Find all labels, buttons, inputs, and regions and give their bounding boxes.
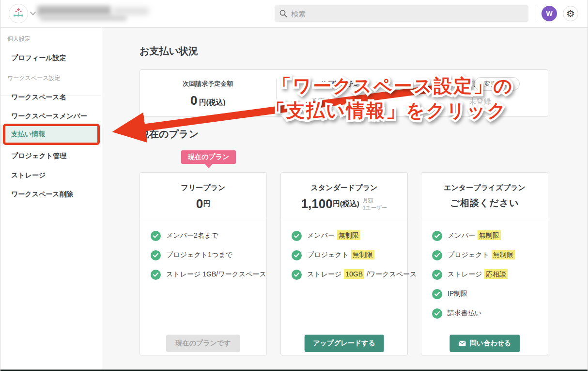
sidebar-item-workspace-members[interactable]: ワークスペースメンバー — [11, 112, 87, 121]
price-note: 月額 1ユーザー — [363, 197, 387, 211]
feature-text: ストレージ 1GB/ワークスペース — [166, 270, 266, 279]
current-plan-button[interactable]: 現在のプランです — [166, 335, 241, 352]
payment-method-value: 未登録 — [412, 97, 548, 106]
feature-highlight: 無制限 — [492, 250, 515, 259]
feature-highlight: 無制限 — [351, 250, 374, 259]
price-note-line1: 月額 — [363, 197, 373, 203]
feature-text: ストレージ 10GB /ワークスペース — [307, 270, 417, 279]
payment-status-title: お支払い状況 — [139, 45, 198, 58]
sidebar-item-workspace-delete[interactable]: ワークスペース削除 — [11, 190, 73, 199]
feature-pre: プロジェクト1つまで — [166, 251, 232, 258]
plan-name: フリープラン — [140, 183, 266, 193]
price-number: 0 — [196, 196, 203, 211]
plan-card-standard: スタンダードプラン 1,100 円(税込) 月額 1ユーザー メンバー 無制限 … — [280, 172, 408, 355]
upgrade-button[interactable]: アップグレードする — [304, 335, 384, 352]
feature-pre: メンバー — [448, 231, 477, 239]
feature-pre: プロジェクト — [448, 251, 491, 258]
feature-highlight: 10GB — [344, 269, 364, 279]
app-window: W ⚙ 個人設定 プロフィール設定 ワークスペース設定 ワークスペース名 ワーク… — [0, 0, 588, 371]
plan-feature: ストレージ 1GB/ワークスペース — [140, 265, 266, 284]
feature-text: プロジェクト 無制限 — [448, 251, 515, 259]
plan-feature: プロジェクト 無制限 — [281, 245, 407, 265]
search-icon — [279, 10, 287, 17]
sidebar-item-storage[interactable]: ストレージ — [11, 171, 46, 180]
feature-pre: ストレージ — [448, 270, 484, 278]
next-billing-date-column: 次回請求予定日 予定されていません — [276, 70, 412, 116]
feature-highlight: 無制限 — [478, 230, 501, 240]
feature-text: 請求書払い — [448, 309, 481, 318]
plan-feature: IP制限 — [421, 284, 548, 304]
settings-gear-button[interactable]: ⚙ — [563, 6, 578, 21]
chevron-down-icon[interactable] — [30, 11, 36, 16]
feature-pre: メンバー2名まで — [166, 231, 218, 239]
sidebar-item-workspace-name[interactable]: ワークスペース名 — [11, 93, 66, 102]
feature-post: /ワークスペース — [365, 270, 417, 278]
app-logo-icon — [12, 7, 25, 20]
price-unit: 円(税込) — [333, 199, 359, 209]
check-icon — [151, 270, 161, 280]
next-billing-amount-column: 次回請求予定金額 0円(税込) — [140, 70, 276, 116]
check-icon — [432, 289, 442, 299]
feature-text: プロジェクト 無制限 — [307, 251, 375, 259]
feature-text: ストレージ 応相談 — [448, 270, 508, 279]
feature-text: メンバー2名まで — [166, 231, 218, 240]
contact-button-label: 問い合わせる — [470, 339, 511, 348]
check-icon — [432, 270, 442, 280]
next-billing-date-label: 次回請求予定日 — [276, 80, 412, 88]
check-icon — [432, 308, 442, 319]
contact-button[interactable]: 問い合わせる — [449, 335, 520, 352]
check-icon — [292, 250, 302, 260]
change-payment-method-button[interactable]: 変更する — [474, 77, 520, 91]
next-billing-amount-label: 次回請求予定金額 — [140, 80, 276, 88]
next-billing-date-value: 予定されていません — [276, 97, 412, 106]
sidebar-item-profile-settings[interactable]: プロフィール設定 — [11, 54, 66, 63]
workspace-logo[interactable] — [9, 4, 28, 23]
feature-pre: プロジェクト — [307, 251, 351, 258]
top-bar: W ⚙ — [0, 0, 588, 28]
search-box[interactable] — [275, 5, 528, 22]
plan-head: エンタープライズプラン ご相談ください — [421, 173, 548, 219]
check-icon — [151, 250, 161, 260]
check-icon — [292, 270, 302, 280]
topbar-divider — [536, 5, 536, 23]
feature-text: メンバー 無制限 — [448, 231, 501, 240]
plan-feature: プロジェクト1つまで — [140, 245, 266, 265]
feature-text: プロジェクト1つまで — [166, 251, 232, 259]
check-icon — [432, 250, 442, 260]
sidebar-item-payment-info[interactable]: 支払い情報 — [0, 125, 101, 144]
plan-feature: 請求書払い — [421, 304, 548, 323]
avatar[interactable]: W — [542, 6, 557, 21]
avatar-initial: W — [546, 10, 552, 17]
feature-text: IP制限 — [448, 290, 467, 298]
redacted-workspace-name — [113, 7, 149, 15]
feature-pre: IP制限 — [448, 290, 467, 297]
plan-features: メンバー2名まで プロジェクト1つまで ストレージ 1GB/ワークスペース — [140, 219, 266, 284]
search-input[interactable] — [291, 10, 524, 18]
plan-feature: メンバー2名まで — [140, 226, 266, 245]
redacted-workspace-name — [40, 15, 126, 21]
mail-icon — [458, 340, 466, 346]
plan-name: エンタープライズプラン — [421, 183, 548, 193]
plan-head: フリープラン 0 円 — [140, 173, 266, 219]
sidebar-item-project-management[interactable]: プロジェクト管理 — [11, 152, 66, 161]
check-icon — [151, 231, 161, 241]
feature-pre: ストレージ — [307, 270, 343, 278]
feature-pre: メンバー — [307, 231, 337, 239]
feature-pre: 請求書払い — [448, 309, 481, 317]
amount-number: 0 — [190, 93, 197, 108]
current-plan-title: 現在のプラン — [139, 128, 199, 141]
plan-head: スタンダードプラン 1,100 円(税込) 月額 1ユーザー — [281, 173, 407, 219]
gear-icon: ⚙ — [566, 9, 575, 18]
feature-highlight: 応相談 — [484, 269, 508, 279]
price-unit: 円 — [203, 199, 210, 209]
plan-price: 1,100 円(税込) 月額 1ユーザー — [281, 196, 407, 211]
plan-card-free: フリープラン 0 円 メンバー2名まで プロジェクト1つまで ストレージ 1GB… — [139, 172, 267, 355]
feature-pre: ストレージ 1GB/ワークスペース — [166, 270, 266, 278]
amount-unit: 円(税込) — [199, 98, 226, 106]
check-icon — [292, 231, 302, 241]
plan-feature: メンバー 無制限 — [421, 226, 548, 245]
payment-status-card: 次回請求予定金額 0円(税込) 次回請求予定日 予定されていません お支払い方法… — [139, 69, 548, 117]
plan-feature: メンバー 無制限 — [281, 226, 407, 245]
check-icon — [432, 231, 442, 241]
sidebar-section-workspace: ワークスペース設定 — [7, 74, 60, 82]
